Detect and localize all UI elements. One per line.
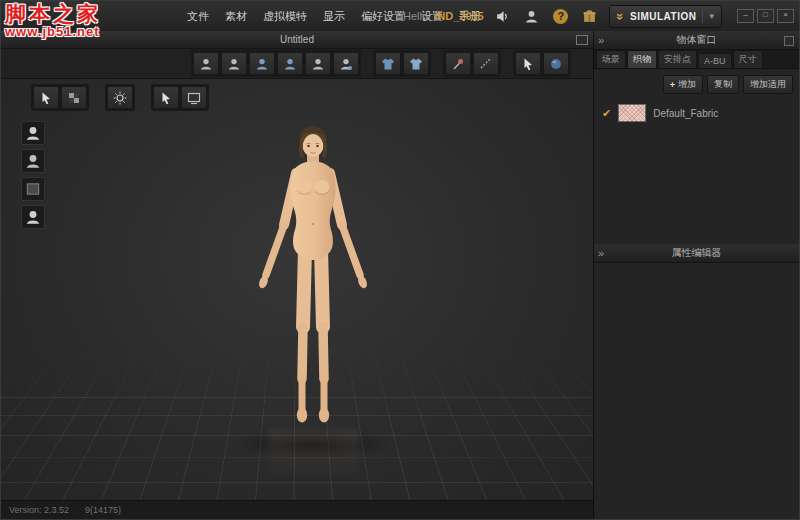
fabric-name: Default_Fabric	[653, 108, 718, 119]
female-avatar-model	[251, 121, 375, 436]
copy-fabric-button[interactable]: 复制	[707, 75, 739, 94]
toolbar-group-tools	[443, 50, 501, 77]
help-icon[interactable]: ?	[551, 6, 571, 26]
gift-icon[interactable]	[580, 6, 600, 26]
maximize-button[interactable]: □	[757, 9, 774, 23]
object-window-header: » 物体窗口	[594, 31, 799, 50]
float-window-icon[interactable]	[576, 35, 588, 45]
avatar-toolbar	[1, 49, 593, 79]
simulate-select-icon[interactable]	[515, 52, 541, 75]
simulation-dropdown-icon[interactable]: ▾	[709, 11, 714, 21]
avatar-head-thumb-1[interactable]	[21, 121, 45, 145]
greeting-text: Hello, iND_2015	[403, 10, 484, 22]
collapse-property-icon[interactable]: »	[598, 246, 604, 260]
property-editor-header: » 属性编辑器	[594, 244, 799, 263]
avatar-head-thumb-3[interactable]	[21, 177, 45, 201]
tab-arrangement[interactable]: 安排点	[658, 50, 697, 68]
fabric-actions: + 增加 复制 增加适用	[594, 69, 799, 99]
plus-icon: +	[670, 80, 675, 90]
tab-button[interactable]: A-BU	[698, 53, 732, 68]
simulation-button[interactable]: » SIMULATION ▾	[609, 5, 722, 28]
speaker-icon[interactable]	[493, 6, 513, 26]
status-bar: Version: 2.3.52 9(14175)	[1, 500, 593, 519]
viewport-view-group	[151, 84, 209, 111]
3d-viewport[interactable]	[1, 79, 593, 500]
close-button[interactable]: ×	[777, 9, 794, 23]
toolbar-group-avatar	[191, 50, 361, 77]
show-avatar-icon[interactable]	[193, 52, 219, 75]
window-controls: – □ ×	[737, 9, 794, 23]
avatar-head-thumb-2[interactable]	[21, 149, 45, 173]
stitch-tool-icon[interactable]	[473, 52, 499, 75]
show-garment-icon[interactable]	[375, 52, 401, 75]
avatar-head-thumb-4[interactable]	[21, 205, 45, 229]
pin-tool-icon[interactable]	[445, 52, 471, 75]
viewport-column: Untitled	[1, 31, 593, 519]
tab-fabric[interactable]: 织物	[627, 50, 657, 68]
show-fitmap-icon[interactable]	[403, 52, 429, 75]
check-icon: ✔	[602, 107, 611, 120]
frame-counter-text: 9(14175)	[85, 505, 121, 515]
application-window: 文件 素材 虚拟模特 显示 偏好设置 设置 手册 Hello, iND_2015…	[0, 0, 800, 520]
fabric-list-item[interactable]: ✔ Default_Fabric	[594, 99, 799, 127]
render-view-icon[interactable]	[181, 86, 207, 109]
property-editor-title: 属性编辑器	[594, 246, 799, 260]
menu-file[interactable]: 文件	[187, 9, 209, 24]
site-watermark: 脚本之家 www.jb51.net	[5, 3, 101, 39]
drape-sphere-icon[interactable]	[543, 52, 569, 75]
avatar-pose-icon[interactable]	[221, 52, 247, 75]
avatar-back-icon[interactable]	[277, 52, 303, 75]
menu-display[interactable]: 显示	[323, 9, 345, 24]
simulation-chevron-icon: »	[614, 12, 627, 19]
property-editor-empty-area	[594, 263, 799, 519]
avatar-front-icon[interactable]	[249, 52, 275, 75]
avatar-fit-icon[interactable]	[333, 52, 359, 75]
menubar-right-cluster: Hello, iND_2015 ? » SIMULATION ▾	[403, 1, 794, 31]
marquee-tool-icon[interactable]	[61, 86, 87, 109]
avatar-size-icon[interactable]	[305, 52, 331, 75]
object-window-tabs: 场景 织物 安排点 A-BU 尺寸	[594, 50, 799, 69]
object-window-panel: » 物体窗口 场景 织物 安排点 A-BU 尺寸 + 增加 复制 增加适用 ✔	[593, 31, 799, 519]
viewport-select-group	[31, 84, 89, 111]
account-icon[interactable]	[522, 6, 542, 26]
viewport-toolbar	[31, 84, 209, 111]
light-icon[interactable]	[107, 86, 133, 109]
view-select-icon[interactable]	[153, 86, 179, 109]
tab-size[interactable]: 尺寸	[733, 50, 763, 68]
add-apply-fabric-button[interactable]: 增加适用	[743, 75, 793, 94]
viewport-light-group	[105, 84, 135, 111]
fabric-list-empty-area	[594, 127, 799, 244]
username-text[interactable]: iND_2015	[434, 10, 484, 22]
document-title: Untitled	[280, 34, 314, 45]
tab-scene[interactable]: 场景	[596, 50, 626, 68]
toolbar-group-simulate	[513, 50, 571, 77]
avatar-thumbnail-list	[21, 121, 45, 229]
minimize-button[interactable]: –	[737, 9, 754, 23]
menu-preferences[interactable]: 偏好设置	[361, 9, 405, 24]
add-fabric-button[interactable]: + 增加	[663, 75, 703, 94]
divider	[702, 10, 703, 23]
collapse-panel-icon[interactable]: »	[598, 33, 604, 47]
fabric-swatch[interactable]	[618, 104, 646, 122]
toolbar-group-garment	[373, 50, 431, 77]
select-tool-icon[interactable]	[33, 86, 59, 109]
menu-material[interactable]: 素材	[225, 9, 247, 24]
object-window-title: 物体窗口	[594, 33, 799, 47]
menu-bar: 文件 素材 虚拟模特 显示 偏好设置 设置 手册 Hello, iND_2015…	[1, 1, 799, 32]
version-text: Version: 2.3.52	[9, 505, 69, 515]
pin-panel-icon[interactable]	[784, 36, 794, 46]
menu-avatar[interactable]: 虚拟模特	[263, 9, 307, 24]
avatar-reflection	[269, 431, 359, 489]
